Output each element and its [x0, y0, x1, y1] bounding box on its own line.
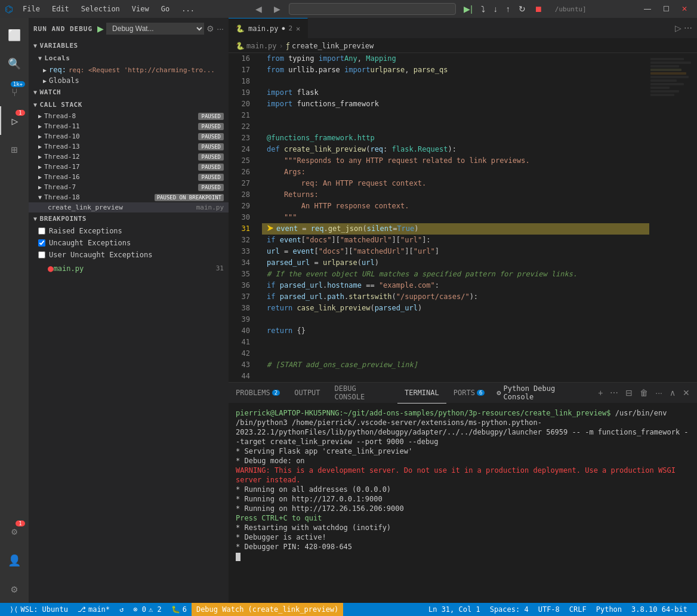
code-line-20: import functions_framework [262, 98, 649, 110]
panel-tab-terminal[interactable]: TERMINAL [397, 383, 446, 404]
debug-config-select[interactable]: Debug Wat... [106, 23, 204, 35]
menu-go[interactable]: Go [156, 4, 174, 14]
terminal-more-button[interactable]: ⋯ [607, 387, 621, 399]
activity-source-control[interactable]: ⑂ 1k+ [0, 78, 29, 106]
breadcrumb-symbol[interactable]: ƒ create_link_preview [286, 42, 374, 50]
thread-17[interactable]: ▶Thread-17 PAUSED [29, 162, 229, 172]
thread-12[interactable]: ▶Thread-12 PAUSED [29, 152, 229, 162]
panel-tab-debug-console[interactable]: DEBUG CONSOLE [328, 383, 397, 404]
line-num-24: 24 [229, 144, 255, 155]
debug-start-button[interactable]: ▶ [97, 24, 104, 33]
menu-selection[interactable]: Selection [76, 4, 125, 14]
split-editor-button[interactable]: ⋯ [684, 23, 692, 33]
status-debug-count[interactable]: 🐛 6 [166, 603, 192, 616]
nav-back-button[interactable]: ◀ [252, 3, 266, 15]
more-terminal-button[interactable]: ··· [653, 387, 665, 399]
minimize-button[interactable]: — [639, 4, 656, 14]
bp-file-item[interactable]: ● main.py 31 [29, 261, 229, 276]
vscode-icon: ⌬ [5, 4, 13, 15]
split-terminal-button[interactable]: ⊟ [623, 387, 635, 399]
thread-8-status: PAUSED [198, 113, 224, 120]
call-stack-frame[interactable]: create_link_preview main.py [29, 202, 229, 212]
status-errors[interactable]: ⊗ 0 ⚠ 2 [128, 603, 166, 616]
code-line-44 [262, 371, 649, 382]
breadcrumb-file[interactable]: 🐍 main.py [236, 42, 277, 50]
activity-account[interactable]: 👤 [0, 546, 29, 574]
status-spaces[interactable]: Spaces: 4 [485, 603, 533, 616]
run-file-button[interactable]: ▷ [675, 23, 681, 33]
status-debug-session[interactable]: Debug Watch (create_link_preview) [192, 603, 343, 616]
debug-open-config-button[interactable]: ⚙ [206, 24, 214, 33]
watch-section-header[interactable]: ▼ WATCH [29, 86, 229, 98]
req-variable[interactable]: ▶ req: req: <Request 'http://charming-tr… [29, 64, 229, 75]
sync-icon: ↺ [119, 605, 124, 614]
thread-10[interactable]: ▶Thread-10 PAUSED [29, 131, 229, 141]
debug-continue-button[interactable]: ▶| [461, 3, 476, 15]
debug-restart-button[interactable]: ↻ [516, 3, 529, 15]
status-wsl[interactable]: ⟩⟨ WSL: Ubuntu [5, 603, 73, 616]
tab-main-py[interactable]: 🐍 main.py ● 2 ✕ [229, 18, 308, 39]
locals-label: Locals [45, 54, 70, 62]
call-stack-section-header[interactable]: ▼ CALL STACK [29, 98, 229, 111]
panel-tab-ports[interactable]: PORTS 6 [446, 383, 492, 404]
status-python-version[interactable]: 3.8.10 64-bit [627, 603, 692, 616]
thread-18[interactable]: ▼Thread-18 PAUSED ON BREAKPOINT [29, 192, 229, 202]
thread-8[interactable]: ▶Thread-8 PAUSED [29, 111, 229, 121]
thread-11[interactable]: ▶Thread-11 PAUSED [29, 121, 229, 131]
activity-search[interactable]: 🔍 [0, 49, 29, 78]
breakpoints-section-header[interactable]: ▼ BREAKPOINTS [29, 212, 229, 225]
maximize-panel-button[interactable]: ∧ [667, 387, 678, 399]
bp-raised-checkbox[interactable] [38, 227, 45, 235]
bp-uncaught-checkbox[interactable] [38, 239, 45, 247]
activity-explorer[interactable]: ⬜ [0, 20, 29, 49]
terminal-label: TERMINAL [405, 389, 439, 397]
activity-remote[interactable]: ⚙ 1 [0, 517, 29, 546]
status-sync[interactable]: ↺ [115, 603, 128, 616]
status-language[interactable]: Python [591, 603, 627, 616]
req-var-label: req: [49, 66, 66, 74]
thread-7-label: Thread-7 [44, 183, 76, 191]
debug-step-over-button[interactable]: ⤵ [478, 3, 488, 15]
debug-stop-button[interactable]: ⏹ [531, 3, 545, 15]
panel-tab-problems[interactable]: PROBLEMS 2 [229, 383, 287, 404]
close-panel-button[interactable]: ✕ [680, 387, 692, 399]
minimap [649, 53, 697, 382]
watch-label: WATCH [40, 88, 61, 96]
thread-16[interactable]: ▶Thread-16 PAUSED [29, 172, 229, 182]
activity-extensions[interactable]: ⊞ [0, 135, 29, 164]
python-console-label: Python Debug Console [504, 384, 589, 401]
status-branch[interactable]: ⎇ main* [73, 603, 115, 616]
status-encoding[interactable]: UTF-8 [533, 603, 565, 616]
maximize-button[interactable]: ☐ [658, 4, 674, 14]
variables-section-header[interactable]: ▼ VARIABLES [29, 39, 229, 52]
remote-badge: 1 [16, 520, 25, 526]
terminal-line-9: * Restarting with watchdog (inotify) [236, 523, 690, 532]
tab-close-button[interactable]: ✕ [296, 24, 300, 33]
menu-more[interactable]: ... [177, 4, 199, 14]
menu-edit[interactable]: Edit [47, 4, 74, 14]
globals-item[interactable]: ▶ Globals [29, 75, 229, 86]
locals-header[interactable]: ▼ Locals [29, 52, 229, 64]
nav-forward-button[interactable]: ▶ [270, 3, 284, 15]
terminal-content[interactable]: pierrick@LAPTOP-HKU5PNNG:~/git/add-ons-s… [229, 404, 697, 603]
activity-run-debug[interactable]: ▷ 1 [0, 106, 29, 135]
status-position[interactable]: Ln 31, Col 1 [424, 603, 485, 616]
debug-step-out-button[interactable]: ↑ [503, 3, 513, 15]
bp-user-uncaught-checkbox[interactable] [38, 251, 45, 258]
thread-7[interactable]: ▶Thread-7 PAUSED [29, 182, 229, 192]
debug-step-into-button[interactable]: ↓ [491, 3, 501, 15]
delete-terminal-button[interactable]: 🗑 [637, 387, 650, 399]
panel-tab-output[interactable]: OUTPUT [287, 383, 327, 404]
debug-more-button[interactable]: ··· [217, 24, 224, 33]
thread-18-expand: ▼ [38, 194, 42, 201]
menu-file[interactable]: File [18, 4, 45, 14]
close-button[interactable]: ✕ [677, 4, 692, 14]
menu-view[interactable]: View [127, 4, 154, 14]
search-input[interactable] [289, 3, 456, 15]
status-eol[interactable]: CRLF [565, 603, 591, 616]
thread-13[interactable]: ▶Thread-13 PAUSED [29, 141, 229, 152]
activity-settings[interactable]: ⚙ [0, 574, 29, 603]
code-line-28: Returns: [262, 189, 649, 201]
add-terminal-button[interactable]: + [596, 387, 605, 399]
code-lines[interactable]: from typing import Any, Mapping from url… [260, 53, 649, 382]
